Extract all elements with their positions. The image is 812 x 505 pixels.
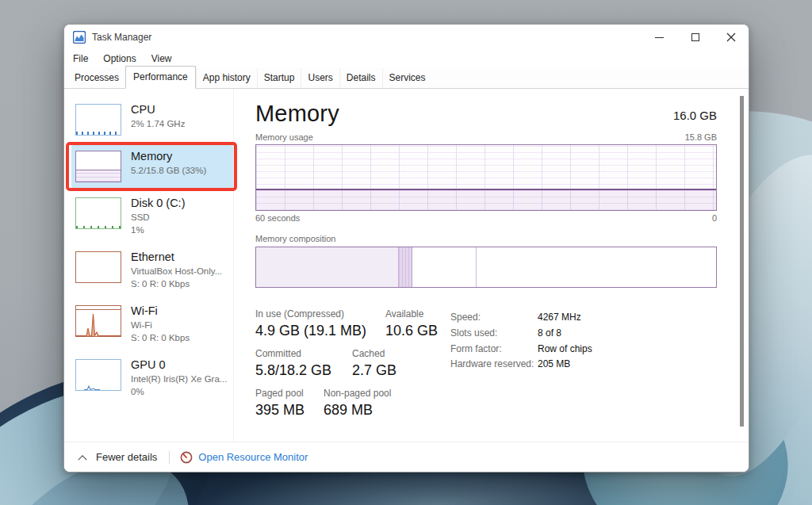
sidebar-cpu-title: CPU: [131, 102, 185, 117]
speed-value: 4267 MHz: [538, 310, 581, 326]
minimize-button[interactable]: [642, 25, 677, 50]
non-paged-pool-label: Non-paged pool: [324, 388, 391, 399]
paged-pool-label: Paged pool: [255, 388, 311, 399]
close-icon: [726, 33, 736, 42]
slots-used-label: Slots used:: [450, 326, 538, 342]
sidebar-item-disk[interactable]: Disk 0 (C:) SSD 1%: [71, 192, 233, 242]
gpu-mini-graph: [75, 359, 121, 391]
form-factor-value: Row of chips: [538, 342, 592, 358]
menu-options[interactable]: Options: [103, 53, 136, 64]
task-manager-app-icon: [73, 31, 86, 44]
composition-label: Memory composition: [255, 234, 717, 243]
composition-segment-in-use: [256, 247, 399, 287]
resource-monitor-icon: [180, 451, 193, 464]
disk-mini-graph: [75, 197, 121, 229]
wifi-mini-graph: [75, 305, 121, 337]
sidebar-ethernet-stats: S: 0 R: 0 Kbps: [131, 277, 222, 290]
sidebar-disk-title: Disk 0 (C:): [131, 196, 185, 211]
sidebar-item-ethernet[interactable]: Ethernet VirtualBox Host-Only... S: 0 R:…: [71, 246, 233, 296]
chevron-up-icon: [78, 455, 86, 464]
sidebar-wifi-title: Wi-Fi: [131, 304, 190, 319]
titlebar[interactable]: Task Manager: [64, 25, 749, 50]
cached-label: Cached: [352, 348, 396, 359]
committed-value: 5.8/18.2 GB: [255, 362, 339, 379]
tab-performance[interactable]: Performance: [125, 66, 196, 89]
fewer-details-button[interactable]: Fewer details: [79, 451, 169, 463]
total-memory-value: 16.0 GB: [673, 109, 717, 125]
hardware-reserved-label: Hardware reserved:: [450, 357, 538, 373]
tab-details[interactable]: Details: [339, 68, 382, 88]
vertical-scrollbar[interactable]: [737, 91, 747, 439]
sidebar-gpu-stats: 0%: [131, 385, 227, 398]
page-title: Memory: [255, 101, 339, 125]
menu-file[interactable]: File: [73, 53, 88, 64]
hardware-reserved-value: 205 MB: [538, 357, 570, 373]
in-use-value: 4.9 GB (19.1 MB): [255, 323, 373, 339]
sidebar-item-cpu[interactable]: CPU 2% 1.74 GHz: [71, 98, 233, 141]
tab-app-history[interactable]: App history: [196, 68, 257, 88]
open-resource-monitor-link[interactable]: Open Resource Monitor: [198, 451, 308, 463]
sidebar-item-gpu[interactable]: GPU 0 Intel(R) Iris(R) Xe Gra... 0%: [71, 354, 233, 404]
usage-chart-max-label: 15.8 GB: [685, 132, 717, 142]
sidebar-cpu-stats: 2% 1.74 GHz: [131, 117, 185, 130]
paged-pool-value: 395 MB: [255, 402, 311, 419]
sidebar-disk-type: SSD: [131, 211, 185, 224]
sidebar-wifi-stats: S: 0 R: 0 Kbps: [131, 331, 190, 344]
maximize-button[interactable]: [677, 25, 713, 50]
usage-chart-x-left-label: 60 seconds: [255, 213, 300, 223]
sidebar-ethernet-title: Ethernet: [131, 250, 222, 265]
tab-processes[interactable]: Processes: [68, 68, 125, 88]
sidebar-memory-title: Memory: [131, 149, 206, 164]
memory-mini-graph: [75, 151, 121, 182]
sidebar-disk-stats: 1%: [131, 224, 185, 236]
maximize-icon: [691, 33, 699, 41]
cpu-mini-graph: [75, 104, 121, 136]
usage-chart-x-right-label: 0: [712, 213, 717, 223]
task-manager-window: Task Manager File Options View Processes…: [63, 24, 749, 472]
footer-divider: [169, 451, 170, 464]
usage-chart-label: Memory usage: [255, 132, 313, 142]
ethernet-mini-graph: [75, 251, 121, 283]
non-paged-pool-value: 689 MB: [324, 402, 391, 419]
composition-segment-modified: [399, 247, 412, 287]
form-factor-label: Form factor:: [450, 342, 538, 358]
sidebar-item-wifi[interactable]: Wi-Fi Wi-Fi S: 0 R: 0 Kbps: [71, 300, 233, 350]
sidebar-gpu-title: GPU 0: [131, 358, 227, 373]
slots-used-value: 8 of 8: [538, 326, 561, 342]
sidebar-gpu-adapter: Intel(R) Iris(R) Xe Gra...: [131, 373, 227, 385]
tab-strip: Processes Performance App history Startu…: [64, 67, 749, 89]
menu-view[interactable]: View: [151, 53, 172, 64]
window-title: Task Manager: [92, 32, 151, 43]
memory-composition-bar: [255, 247, 717, 288]
sidebar-ethernet-adapter: VirtualBox Host-Only...: [131, 265, 222, 277]
tab-services[interactable]: Services: [382, 68, 432, 88]
available-label: Available: [385, 308, 438, 319]
composition-segment-standby: [412, 247, 477, 287]
tab-startup[interactable]: Startup: [257, 68, 301, 88]
fewer-details-label: Fewer details: [96, 451, 157, 463]
tab-users[interactable]: Users: [301, 68, 339, 88]
memory-usage-chart: [255, 144, 717, 211]
memory-detail-pane: Memory 16.0 GB Memory usage 15.8 GB 60 s…: [234, 89, 737, 442]
sidebar-wifi-adapter: Wi-Fi: [131, 319, 190, 331]
composition-segment-free: [477, 247, 716, 287]
sidebar-item-memory[interactable]: Memory 5.2/15.8 GB (33%): [71, 145, 233, 188]
hardware-details: Speed: 4267 MHz Slots used: 8 of 8 Form …: [450, 308, 592, 427]
scrollbar-thumb[interactable]: [740, 96, 744, 427]
cached-value: 2.7 GB: [352, 362, 396, 379]
performance-sidebar: CPU 2% 1.74 GHz Memory 5.2/15.8 GB (33%)…: [64, 89, 234, 442]
available-value: 10.6 GB: [385, 323, 438, 339]
close-button[interactable]: [713, 25, 749, 50]
memory-usage-fill: [256, 189, 716, 210]
sidebar-memory-stats: 5.2/15.8 GB (33%): [131, 164, 206, 177]
committed-label: Committed: [255, 348, 339, 359]
in-use-label: In use (Compressed): [255, 308, 373, 319]
menu-bar: File Options View: [64, 50, 749, 67]
speed-label: Speed:: [450, 310, 538, 326]
minimize-icon: [655, 37, 664, 38]
footer-bar: Fewer details Open Resource Monitor: [64, 442, 749, 472]
